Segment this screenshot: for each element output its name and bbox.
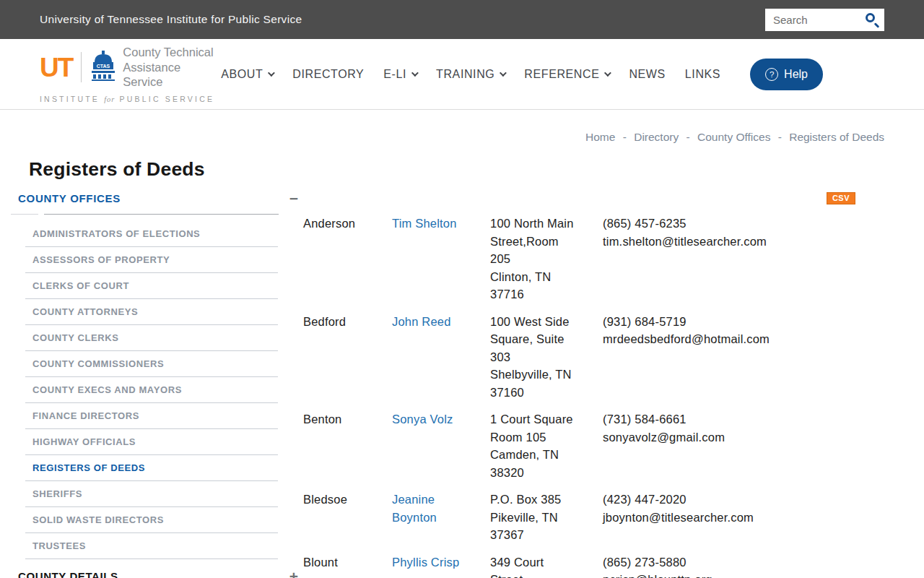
county-cell: Benton <box>303 410 392 481</box>
sidebar: COUNTY OFFICES − ADMINISTRATORS OF ELECT… <box>0 191 289 578</box>
help-button[interactable]: ? Help <box>750 59 823 90</box>
search-box <box>765 9 884 31</box>
sidebar-item-trustees[interactable]: TRUSTEES <box>25 533 278 559</box>
nav-links[interactable]: LINKS <box>685 68 720 81</box>
chevron-down-icon <box>604 69 611 77</box>
chevron-down-icon <box>500 69 507 77</box>
registers-table: Anderson Tim Shelton 100 North Main Stre… <box>303 215 855 578</box>
logo-divider <box>81 52 82 82</box>
name-cell: Jeanine Boynton <box>392 491 490 544</box>
nav-directory[interactable]: DIRECTORY <box>292 68 364 81</box>
county-cell: Bledsoe <box>303 491 392 544</box>
sidebar-item-county-clerks[interactable]: COUNTY CLERKS <box>25 325 278 351</box>
name-cell: Sonya Volz <box>392 410 490 481</box>
csv-export-button[interactable]: CSV <box>827 192 855 204</box>
sidebar-footer-title: COUNTY DETAILS <box>18 570 118 578</box>
register-link[interactable]: Jeanine Boynton <box>392 493 437 524</box>
org-name-line1: County Technical <box>123 46 213 59</box>
contact-cell: (423) 447-2020 jboynton@titlesearcher.co… <box>591 491 855 544</box>
svg-text:CTAS: CTAS <box>97 64 110 69</box>
nav-training[interactable]: TRAINING <box>436 68 505 81</box>
search-icon <box>866 13 875 22</box>
nav-news[interactable]: NEWS <box>629 68 665 81</box>
sidebar-item-clerks-of-court[interactable]: CLERKS OF COURT <box>25 273 278 299</box>
sidebar-section-title: COUNTY OFFICES <box>18 192 121 204</box>
breadcrumb: Home - Directory - County Offices - Regi… <box>0 131 924 144</box>
main-nav: ABOUT DIRECTORY E-LI TRAINING REFERENCE … <box>221 59 823 90</box>
top-utility-bar: University of Tennessee Institute for Pu… <box>0 0 924 39</box>
contact-cell: (865) 457-6235 tim.shelton@titlesearcher… <box>591 215 855 303</box>
contact-cell: (731) 584-6661 sonyavolz@gmail.com <box>591 410 855 481</box>
question-mark-icon: ? <box>765 68 778 81</box>
sidebar-item-county-attorneys[interactable]: COUNTY ATTORNEYS <box>25 299 278 325</box>
chevron-down-icon <box>411 69 419 77</box>
search-button[interactable] <box>863 11 881 30</box>
contact-cell: (931) 684-5719 mrdeedsbedford@hotmail.co… <box>591 313 855 402</box>
main-area: CSV Anderson Tim Shelton 100 North Main … <box>303 191 855 578</box>
sidebar-item-assessors-of-property[interactable]: ASSESSORS OF PROPERTY <box>25 247 278 273</box>
register-link[interactable]: John Reed <box>392 315 451 328</box>
page-title: Registers of Deeds <box>29 158 924 181</box>
sidebar-divider <box>18 213 289 215</box>
table-row: Benton Sonya Volz 1 Court Square Room 10… <box>303 410 855 481</box>
breadcrumb-directory[interactable]: Directory <box>634 131 679 143</box>
name-cell: Phyllis Crisp <box>392 553 490 578</box>
site-header: UT CTAS County Technical Assi <box>0 39 924 110</box>
nav-reference[interactable]: REFERENCE <box>524 68 609 81</box>
breadcrumb-county-offices[interactable]: County Offices <box>697 131 770 143</box>
contact-cell: (865) 273-5880 pcrisp@blounttn.org <box>591 553 855 578</box>
org-name-line2: Assistance Service <box>123 61 180 89</box>
org-name: County Technical Assistance Service <box>123 45 221 90</box>
sidebar-item-highway-officials[interactable]: HIGHWAY OFFICIALS <box>25 429 278 455</box>
table-row: Bledsoe Jeanine Boynton P.O. Box 385 Pik… <box>303 491 855 544</box>
table-row: Bedford John Reed 100 West Side Square, … <box>303 313 855 402</box>
logo[interactable]: UT CTAS County Technical Assi <box>40 45 221 103</box>
export-row: CSV <box>303 191 855 202</box>
breadcrumb-home[interactable]: Home <box>585 131 615 143</box>
site-title: University of Tennessee Institute for Pu… <box>40 13 302 26</box>
sidebar-item-finance-directors[interactable]: FINANCE DIRECTORS <box>25 403 278 429</box>
sidebar-section-county-offices[interactable]: COUNTY OFFICES − <box>18 191 296 206</box>
county-cell: Bedford <box>303 313 392 402</box>
address-cell: 1 Court Square Room 105 Camden, TN 38320 <box>490 410 591 481</box>
table-row: Anderson Tim Shelton 100 North Main Stre… <box>303 215 855 303</box>
name-cell: John Reed <box>392 313 490 402</box>
nav-e-li[interactable]: E-LI <box>383 68 417 81</box>
table-row: Blount Phyllis Crisp 349 Court Street (8… <box>303 553 855 578</box>
name-cell: Tim Shelton <box>392 215 490 303</box>
sidebar-section-county-details[interactable]: COUNTY DETAILS + <box>18 569 296 578</box>
county-cell: Blount <box>303 553 392 578</box>
sidebar-item-administrators-of-elections[interactable]: ADMINISTRATORS OF ELECTIONS <box>25 221 278 247</box>
sidebar-item-sheriffs[interactable]: SHERIFFS <box>25 481 278 507</box>
breadcrumb-registers-of-deeds[interactable]: Registers of Deeds <box>789 131 884 143</box>
content: COUNTY OFFICES − ADMINISTRATORS OF ELECT… <box>0 191 924 578</box>
address-cell: 100 West Side Square, Suite 303 Shelbyvi… <box>490 313 591 402</box>
sidebar-item-county-execs-and-mayors[interactable]: COUNTY EXECS AND MAYORS <box>25 377 278 403</box>
expand-icon[interactable]: + <box>289 569 298 578</box>
logo-tagline: INSTITUTE for PUBLIC SERVICE <box>40 95 221 103</box>
register-link[interactable]: Phyllis Crisp <box>392 556 459 569</box>
sidebar-item-solid-waste-directors[interactable]: SOLID WASTE DIRECTORS <box>25 507 278 533</box>
register-link[interactable]: Sonya Volz <box>392 413 453 426</box>
address-cell: 349 Court Street <box>490 553 591 578</box>
sidebar-item-registers-of-deeds[interactable]: REGISTERS OF DEEDS <box>25 455 278 481</box>
ctas-capitol-icon: CTAS <box>90 51 116 84</box>
county-cell: Anderson <box>303 215 392 303</box>
register-link[interactable]: Tim Shelton <box>392 217 457 230</box>
chevron-down-icon <box>268 69 275 77</box>
collapse-icon[interactable]: − <box>289 191 298 206</box>
nav-about[interactable]: ABOUT <box>221 68 273 81</box>
address-cell: 100 North Main Street,Room 205 Clinton, … <box>490 215 591 303</box>
sidebar-list: ADMINISTRATORS OF ELECTIONS ASSESSORS OF… <box>25 221 278 559</box>
address-cell: P.O. Box 385 Pikeville, TN 37367 <box>490 491 591 544</box>
sidebar-item-county-commissioners[interactable]: COUNTY COMMISSIONERS <box>25 351 278 377</box>
ut-logo: UT <box>40 54 72 81</box>
